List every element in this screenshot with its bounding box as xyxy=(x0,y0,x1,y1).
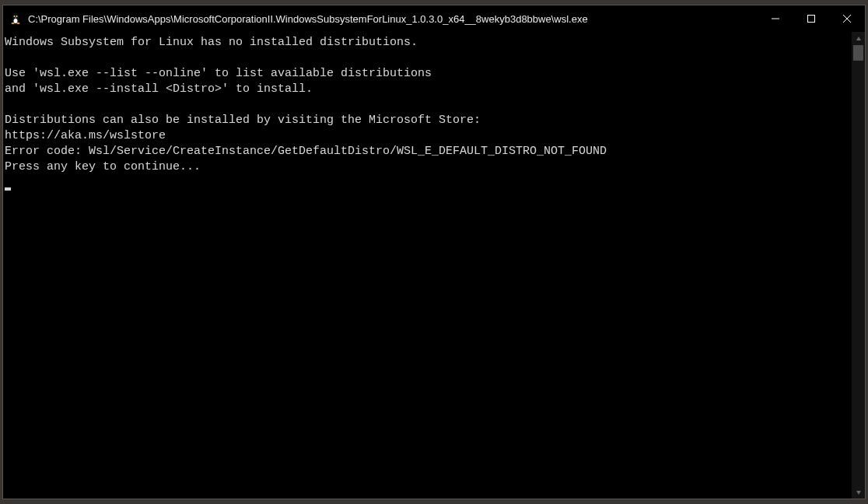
svg-point-5 xyxy=(14,16,15,17)
svg-marker-15 xyxy=(856,491,861,495)
terminal-area: Windows Subsystem for Linux has no insta… xyxy=(3,32,865,499)
terminal-output[interactable]: Windows Subsystem for Linux has no insta… xyxy=(3,32,852,499)
cursor xyxy=(5,187,11,191)
svg-rect-11 xyxy=(808,16,815,23)
window-title: C:\Program Files\WindowsApps\MicrosoftCo… xyxy=(28,13,758,25)
minimize-button[interactable] xyxy=(758,5,793,32)
window-controls xyxy=(758,5,865,32)
scroll-up-arrow-icon[interactable] xyxy=(852,32,865,45)
svg-point-8 xyxy=(12,23,15,24)
scrollbar-thumb[interactable] xyxy=(853,45,863,61)
vertical-scrollbar[interactable] xyxy=(852,32,865,499)
svg-point-6 xyxy=(16,16,17,17)
console-window: C:\Program Files\WindowsApps\MicrosoftCo… xyxy=(2,5,866,499)
maximize-button[interactable] xyxy=(793,5,829,32)
svg-point-2 xyxy=(14,19,18,23)
svg-point-9 xyxy=(17,23,20,24)
tux-icon xyxy=(9,12,22,25)
close-button[interactable] xyxy=(829,5,865,32)
scrollbar-track[interactable] xyxy=(852,45,865,485)
titlebar[interactable]: C:\Program Files\WindowsApps\MicrosoftCo… xyxy=(3,5,865,32)
svg-marker-14 xyxy=(856,37,861,40)
scroll-down-arrow-icon[interactable] xyxy=(852,485,865,499)
